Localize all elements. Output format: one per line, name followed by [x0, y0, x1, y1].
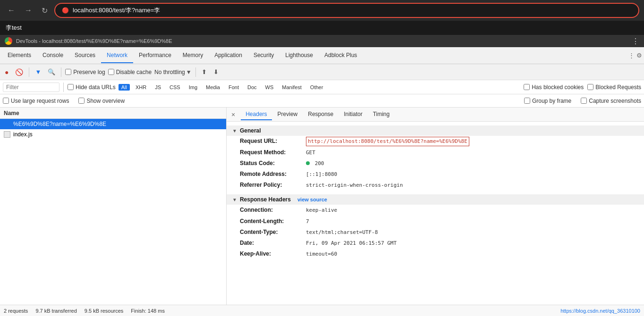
disable-cache-label[interactable]: Disable cache — [108, 69, 152, 75]
response-headers-section: ▼ Response Headers view source Connectio… — [232, 194, 638, 259]
details-tab-timing[interactable]: Timing — [368, 109, 395, 120]
referrer-policy-val: strict-origin-when-cross-origin — [306, 181, 403, 190]
referrer-policy-key: Referrer Policy: — [240, 181, 306, 190]
throttle-label: No throttling — [154, 69, 185, 75]
hide-data-urls-label[interactable]: Hide data URLs — [68, 84, 116, 91]
filter-type-manifest[interactable]: Manifest — [279, 84, 305, 91]
request-url-row: Request URL: http://localhost:8080/test/… — [232, 136, 638, 147]
devtools-titlebar: DevTools - localhost:8080/test/%E6%9D%8E… — [0, 35, 644, 47]
requests-panel: Name %E6%9D%8E?name=%E6%9D%8E index.js — [0, 108, 227, 305]
large-rows-checkbox[interactable] — [3, 98, 9, 104]
download-icon[interactable]: ⬇ — [212, 67, 220, 76]
general-section: ▼ General Request URL: http://localhost:… — [232, 125, 638, 191]
tab-application[interactable]: Application — [209, 48, 248, 63]
capture-screenshots-label[interactable]: Capture screenshots — [581, 98, 641, 104]
details-tab-response[interactable]: Response — [303, 109, 338, 120]
filter-type-js[interactable]: JS — [152, 84, 164, 91]
response-header-row-1: Content-Length: 7 — [232, 216, 638, 227]
general-section-header[interactable]: ▼ General — [227, 125, 644, 136]
filter-type-all[interactable]: All — [119, 84, 130, 91]
has-blocked-cookies-label[interactable]: Has blocked cookies — [524, 84, 584, 91]
bottom-status-bar: 2 requests 9.7 kB transferred 9.5 kB res… — [0, 305, 644, 316]
preserve-log-label[interactable]: Preserve log — [65, 69, 105, 75]
details-tab-headers[interactable]: Headers — [241, 109, 271, 120]
hide-data-urls-text: Hide data URLs — [76, 84, 116, 91]
throttle-arrow[interactable]: ▼ — [186, 69, 192, 75]
capture-screenshots-checkbox[interactable] — [581, 98, 587, 104]
tab-elements[interactable]: Elements — [2, 48, 37, 63]
large-rows-label[interactable]: Use large request rows — [3, 98, 69, 104]
blog-link[interactable]: https://blog.csdn.net/qq_36310100 — [560, 308, 640, 314]
tab-console[interactable]: Console — [37, 48, 69, 63]
filter-type-other[interactable]: Other — [307, 84, 326, 91]
options-row-1: Use large request rows Show overview Gro… — [0, 94, 644, 108]
address-icon: 🔴 — [62, 7, 69, 14]
tab-security[interactable]: Security — [248, 48, 280, 63]
record-button[interactable]: ● — [3, 67, 10, 77]
main-content: Name %E6%9D%8E?name=%E6%9D%8E index.js ×… — [0, 108, 644, 305]
gear-icon[interactable]: ⚙ — [636, 52, 642, 59]
content-length-key: Content-Length: — [240, 217, 306, 226]
options-right-group: Group by frame Capture screenshots — [524, 98, 641, 104]
details-tab-initiator[interactable]: Initiator — [339, 109, 367, 120]
filter-icon[interactable]: ▼ — [33, 67, 43, 76]
hide-data-urls-checkbox[interactable] — [68, 84, 74, 90]
tab-sources[interactable]: Sources — [69, 48, 101, 63]
details-content: ▼ General Request URL: http://localhost:… — [227, 122, 644, 305]
filter-type-ws[interactable]: WS — [263, 84, 277, 91]
blocked-requests-text: Blocked Requests — [595, 84, 641, 91]
filter-type-font[interactable]: Font — [226, 84, 242, 91]
request-item-0[interactable]: %E6%9D%8E?name=%E6%9D%8E — [0, 119, 226, 129]
blocked-requests-label[interactable]: Blocked Requests — [587, 84, 641, 91]
address-bar[interactable]: 🔴 localhost:8080/test/李?name=李 — [54, 3, 639, 18]
preserve-log-text: Preserve log — [73, 69, 105, 75]
search-icon[interactable]: 🔍 — [46, 67, 57, 76]
general-title: General — [240, 127, 261, 134]
devtools-tabs: Elements Console Sources Network Perform… — [0, 47, 644, 64]
referrer-policy-row: Referrer Policy: strict-origin-when-cros… — [232, 180, 638, 191]
content-type-val: text/html;charset=UTF-8 — [306, 228, 378, 237]
tab-lighthouse[interactable]: Lighthouse — [280, 48, 319, 63]
devtools-panel: DevTools - localhost:8080/test/%E6%9D%8E… — [0, 35, 644, 316]
request-item-1[interactable]: index.js — [0, 129, 226, 140]
group-by-frame-checkbox[interactable] — [524, 98, 530, 104]
content-length-val: 7 — [306, 217, 309, 226]
tab-performance[interactable]: Performance — [133, 48, 177, 63]
filter-input[interactable] — [3, 83, 59, 92]
filter-type-xhr[interactable]: XHR — [133, 84, 149, 91]
filter-right-group: Has blocked cookies Blocked Requests — [524, 84, 641, 91]
reload-button[interactable]: ↻ — [39, 4, 51, 17]
tab-adblock[interactable]: Adblock Plus — [319, 48, 363, 63]
clear-button[interactable]: 🚫 — [13, 67, 25, 77]
filter-type-media[interactable]: Media — [203, 84, 223, 91]
close-details-button[interactable]: × — [229, 110, 238, 119]
view-source-link[interactable]: view source — [297, 197, 327, 202]
filter-type-img[interactable]: Img — [186, 84, 200, 91]
response-headers-section-header[interactable]: ▼ Response Headers view source — [227, 194, 644, 205]
has-blocked-cookies-checkbox[interactable] — [524, 84, 530, 90]
large-rows-text: Use large request rows — [11, 98, 69, 104]
preserve-log-checkbox[interactable] — [65, 69, 71, 75]
forward-button[interactable]: → — [22, 4, 35, 17]
devtools-settings-icon[interactable]: ⋮ — [632, 37, 639, 46]
upload-icon[interactable]: ⬆ — [200, 67, 209, 76]
show-overview-label[interactable]: Show overview — [78, 98, 125, 104]
filter-type-css[interactable]: CSS — [167, 84, 183, 91]
capture-screenshots-text: Capture screenshots — [589, 98, 641, 104]
filter-type-doc[interactable]: Doc — [245, 84, 260, 91]
more-tabs-icon[interactable]: ⋮ — [628, 52, 635, 59]
group-by-frame-label[interactable]: Group by frame — [524, 98, 571, 104]
details-panel: × Headers Preview Response Initiator Tim… — [227, 108, 644, 305]
back-button[interactable]: ← — [5, 4, 18, 17]
show-overview-checkbox[interactable] — [78, 98, 85, 104]
chrome-icon — [5, 37, 12, 45]
connection-val: keep-alive — [306, 206, 337, 215]
blocked-requests-checkbox[interactable] — [587, 84, 593, 90]
disable-cache-checkbox[interactable] — [108, 69, 114, 75]
details-tab-preview[interactable]: Preview — [273, 109, 303, 120]
tab-memory[interactable]: Memory — [177, 48, 209, 63]
disable-cache-text: Disable cache — [116, 69, 152, 75]
status-code-val: 200 — [306, 159, 324, 168]
finish-time: Finish: 148 ms — [131, 308, 165, 314]
tab-network[interactable]: Network — [101, 48, 133, 63]
